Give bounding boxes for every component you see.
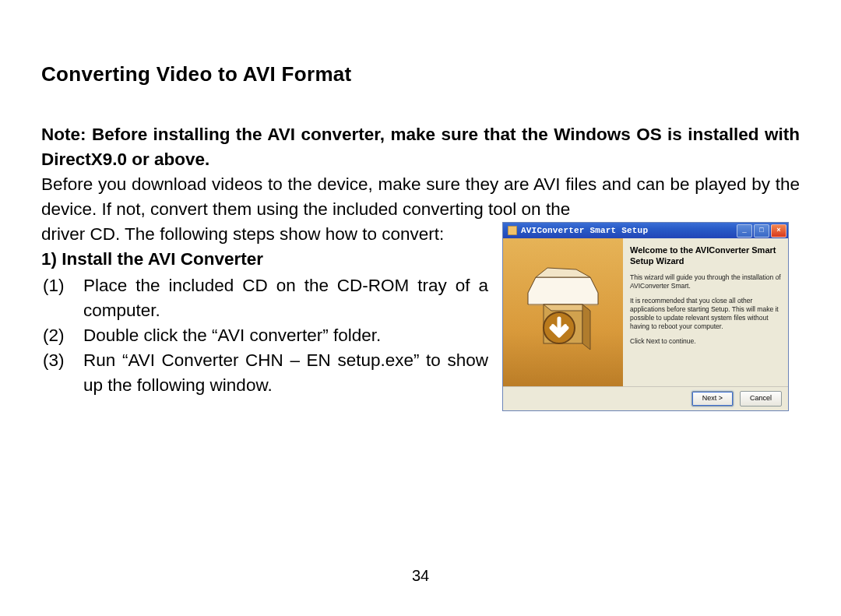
close-button[interactable]: ×: [771, 224, 786, 238]
svg-marker-0: [528, 277, 598, 304]
page-title: Converting Video to AVI Format: [41, 62, 800, 86]
wizard-paragraph-1: This wizard will guide you through the i…: [630, 273, 781, 290]
window-controls: _ □ ×: [737, 224, 786, 238]
wizard-text-panel: Welcome to the AVIConverter Smart Setup …: [623, 238, 788, 386]
wizard-paragraph-3: Click Next to continue.: [630, 337, 781, 346]
step-text: Double click the “AVI converter” folder.: [83, 323, 488, 348]
app-icon: [508, 226, 517, 235]
step-text: Place the included CD on the CD-ROM tray…: [83, 273, 488, 323]
list-item: (2) Double click the “AVI converter” fol…: [41, 323, 488, 348]
intro-paragraph: Before you download videos to the device…: [41, 172, 800, 222]
wizard-art: [503, 238, 623, 386]
titlebar: AVIConverter Smart Setup _ □ ×: [503, 223, 788, 238]
svg-marker-2: [536, 268, 590, 277]
wizard-panel: Welcome to the AVIConverter Smart Setup …: [503, 238, 788, 386]
list-item: (1) Place the included CD on the CD-ROM …: [41, 273, 488, 323]
cancel-button[interactable]: Cancel: [740, 391, 782, 407]
step-number: (2): [41, 323, 83, 348]
minimize-button[interactable]: _: [737, 224, 752, 238]
wizard-heading: Welcome to the AVIConverter Smart Setup …: [630, 245, 781, 266]
list-item: (3) Run “AVI Converter CHN – EN setup.ex…: [41, 348, 488, 398]
note-paragraph: Note: Before installing the AVI converte…: [41, 122, 800, 172]
maximize-button[interactable]: □: [754, 224, 769, 238]
next-button[interactable]: Next >: [691, 391, 734, 407]
step-number: (1): [41, 273, 83, 323]
body-text: Note: Before installing the AVI converte…: [41, 122, 800, 411]
installer-window: AVIConverter Smart Setup _ □ ×: [502, 222, 789, 411]
section-heading: 1) Install the AVI Converter: [41, 247, 488, 272]
svg-marker-5: [582, 304, 590, 350]
content-row: driver CD. The following steps show how …: [41, 222, 800, 411]
step-list: (1) Place the included CD on the CD-ROM …: [41, 273, 488, 398]
page-number: 34: [0, 567, 841, 585]
left-column: driver CD. The following steps show how …: [41, 222, 488, 398]
wizard-paragraph-2: It is recommended that you close all oth…: [630, 297, 781, 331]
intro-tail: driver CD. The following steps show how …: [41, 222, 488, 247]
box-icon: [520, 262, 606, 363]
document-page: Converting Video to AVI Format Note: Bef…: [0, 0, 841, 616]
step-number: (3): [41, 348, 83, 398]
wizard-button-bar: Next > Cancel: [503, 386, 788, 410]
step-text: Run “AVI Converter CHN – EN setup.exe” t…: [83, 348, 488, 398]
